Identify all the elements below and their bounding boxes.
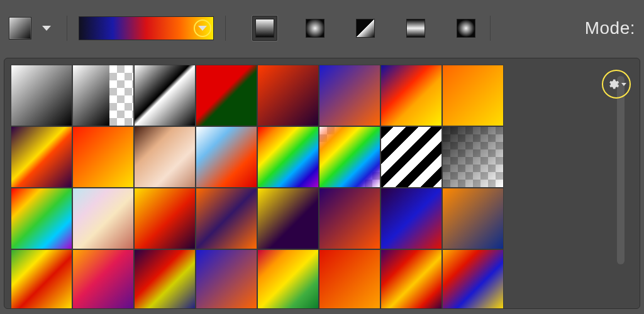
chevron-down-icon xyxy=(198,26,207,31)
gradient-type-diamond[interactable] xyxy=(453,16,479,41)
preset-swatch[interactable] xyxy=(380,126,442,188)
gradient-type-reflected[interactable] xyxy=(403,16,428,41)
preset-swatch[interactable] xyxy=(196,65,257,126)
tool-preset-dropdown[interactable] xyxy=(38,17,55,40)
preset-swatch[interactable] xyxy=(196,188,257,249)
preset-swatch[interactable] xyxy=(380,65,442,126)
preset-swatch[interactable] xyxy=(257,126,319,188)
preset-swatch[interactable] xyxy=(257,188,319,249)
gear-icon xyxy=(607,78,619,90)
options-toolbar: Mode: xyxy=(0,0,644,57)
preset-swatch[interactable] xyxy=(134,188,196,249)
chevron-down-icon xyxy=(42,26,51,31)
diamond-gradient-icon xyxy=(457,19,475,38)
preset-swatch[interactable] xyxy=(257,249,319,308)
preset-swatch[interactable] xyxy=(319,126,380,188)
preset-swatch[interactable] xyxy=(442,249,504,308)
preset-swatch[interactable] xyxy=(380,188,442,249)
reflected-gradient-icon xyxy=(406,19,425,38)
gradient-type-group xyxy=(252,16,479,41)
chevron-down-icon xyxy=(621,83,626,86)
panel-settings-button[interactable] xyxy=(602,70,631,99)
preset-swatch[interactable] xyxy=(11,65,72,126)
scrollbar[interactable] xyxy=(617,76,625,264)
preset-swatch[interactable] xyxy=(134,126,196,188)
preset-swatch[interactable] xyxy=(442,65,504,126)
preset-swatch[interactable] xyxy=(11,126,72,188)
preset-swatch[interactable] xyxy=(72,249,134,308)
gradient-picker-toggle[interactable] xyxy=(194,19,211,37)
gradient-type-radial[interactable] xyxy=(303,16,328,41)
current-gradient-tool[interactable] xyxy=(9,17,31,40)
preset-swatch[interactable] xyxy=(319,188,380,249)
preset-swatch[interactable] xyxy=(442,188,504,249)
mode-label: Mode: xyxy=(585,18,635,38)
preset-swatch[interactable] xyxy=(11,249,72,308)
preset-swatch[interactable] xyxy=(319,249,380,308)
angle-gradient-icon xyxy=(356,19,375,38)
preset-swatch[interactable] xyxy=(72,126,134,188)
preset-grid xyxy=(4,58,601,308)
preset-swatch[interactable] xyxy=(72,188,134,249)
linear-gradient-icon xyxy=(255,19,274,38)
radial-gradient-icon xyxy=(306,19,325,38)
preset-swatch[interactable] xyxy=(196,126,257,188)
gradient-type-linear[interactable] xyxy=(252,16,277,41)
preset-swatch[interactable] xyxy=(134,65,196,126)
toolbar-divider xyxy=(67,16,67,41)
preset-swatch[interactable] xyxy=(319,65,380,126)
preset-swatch[interactable] xyxy=(72,65,134,126)
preset-swatch[interactable] xyxy=(380,249,442,308)
preset-swatch[interactable] xyxy=(196,249,257,308)
preset-swatch[interactable] xyxy=(11,188,72,249)
preset-swatch[interactable] xyxy=(134,249,196,308)
gradient-presets-panel xyxy=(4,58,640,309)
gradient-picker[interactable] xyxy=(79,16,214,40)
gradient-type-angle[interactable] xyxy=(353,16,378,41)
toolbar-divider xyxy=(490,16,491,41)
toolbar-divider xyxy=(225,16,226,41)
preset-swatch[interactable] xyxy=(257,65,319,126)
preset-swatch[interactable] xyxy=(442,126,504,188)
